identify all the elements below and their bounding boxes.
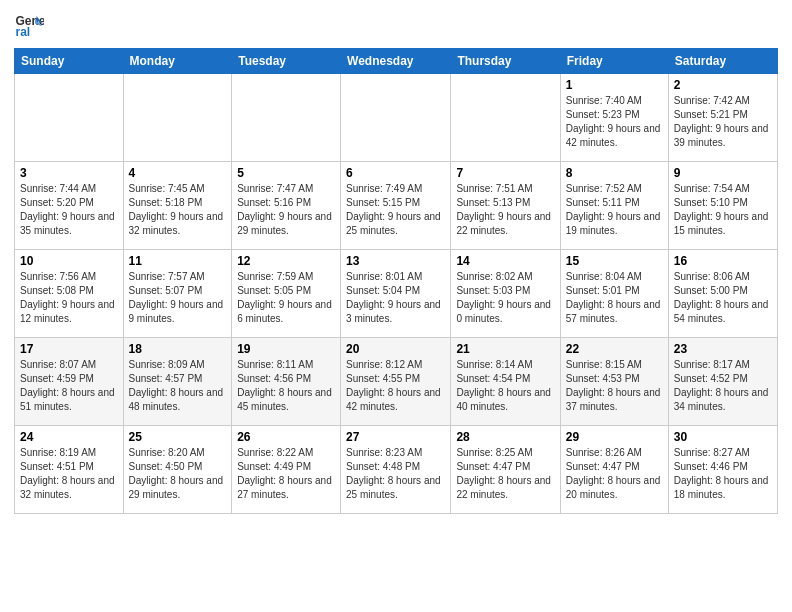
day-number: 20 xyxy=(346,342,445,356)
day-info: Sunrise: 8:20 AM Sunset: 4:50 PM Dayligh… xyxy=(129,446,227,502)
calendar-cell: 21Sunrise: 8:14 AM Sunset: 4:54 PM Dayli… xyxy=(451,338,560,426)
calendar-week-row: 24Sunrise: 8:19 AM Sunset: 4:51 PM Dayli… xyxy=(15,426,778,514)
day-number: 14 xyxy=(456,254,554,268)
calendar-cell xyxy=(451,74,560,162)
day-info: Sunrise: 7:44 AM Sunset: 5:20 PM Dayligh… xyxy=(20,182,118,238)
day-info: Sunrise: 7:42 AM Sunset: 5:21 PM Dayligh… xyxy=(674,94,772,150)
calendar-cell: 23Sunrise: 8:17 AM Sunset: 4:52 PM Dayli… xyxy=(668,338,777,426)
day-number: 13 xyxy=(346,254,445,268)
day-info: Sunrise: 7:40 AM Sunset: 5:23 PM Dayligh… xyxy=(566,94,663,150)
day-info: Sunrise: 7:45 AM Sunset: 5:18 PM Dayligh… xyxy=(129,182,227,238)
day-number: 6 xyxy=(346,166,445,180)
calendar-cell: 8Sunrise: 7:52 AM Sunset: 5:11 PM Daylig… xyxy=(560,162,668,250)
calendar-cell: 13Sunrise: 8:01 AM Sunset: 5:04 PM Dayli… xyxy=(341,250,451,338)
day-number: 17 xyxy=(20,342,118,356)
day-info: Sunrise: 7:57 AM Sunset: 5:07 PM Dayligh… xyxy=(129,270,227,326)
day-number: 4 xyxy=(129,166,227,180)
day-info: Sunrise: 7:54 AM Sunset: 5:10 PM Dayligh… xyxy=(674,182,772,238)
calendar-cell: 19Sunrise: 8:11 AM Sunset: 4:56 PM Dayli… xyxy=(232,338,341,426)
day-info: Sunrise: 8:12 AM Sunset: 4:55 PM Dayligh… xyxy=(346,358,445,414)
calendar-week-row: 17Sunrise: 8:07 AM Sunset: 4:59 PM Dayli… xyxy=(15,338,778,426)
day-number: 15 xyxy=(566,254,663,268)
day-number: 9 xyxy=(674,166,772,180)
calendar-header-wednesday: Wednesday xyxy=(341,49,451,74)
day-info: Sunrise: 8:22 AM Sunset: 4:49 PM Dayligh… xyxy=(237,446,335,502)
calendar-cell: 16Sunrise: 8:06 AM Sunset: 5:00 PM Dayli… xyxy=(668,250,777,338)
day-info: Sunrise: 8:17 AM Sunset: 4:52 PM Dayligh… xyxy=(674,358,772,414)
calendar-cell: 22Sunrise: 8:15 AM Sunset: 4:53 PM Dayli… xyxy=(560,338,668,426)
calendar-cell xyxy=(15,74,124,162)
day-number: 5 xyxy=(237,166,335,180)
calendar-cell xyxy=(232,74,341,162)
day-number: 30 xyxy=(674,430,772,444)
day-number: 22 xyxy=(566,342,663,356)
day-info: Sunrise: 8:19 AM Sunset: 4:51 PM Dayligh… xyxy=(20,446,118,502)
day-info: Sunrise: 8:27 AM Sunset: 4:46 PM Dayligh… xyxy=(674,446,772,502)
calendar-cell: 15Sunrise: 8:04 AM Sunset: 5:01 PM Dayli… xyxy=(560,250,668,338)
calendar-cell: 6Sunrise: 7:49 AM Sunset: 5:15 PM Daylig… xyxy=(341,162,451,250)
day-info: Sunrise: 8:04 AM Sunset: 5:01 PM Dayligh… xyxy=(566,270,663,326)
calendar-cell: 28Sunrise: 8:25 AM Sunset: 4:47 PM Dayli… xyxy=(451,426,560,514)
calendar-header-sunday: Sunday xyxy=(15,49,124,74)
calendar-header-row: SundayMondayTuesdayWednesdayThursdayFrid… xyxy=(15,49,778,74)
day-number: 3 xyxy=(20,166,118,180)
svg-text:ral: ral xyxy=(16,25,31,39)
calendar-cell: 17Sunrise: 8:07 AM Sunset: 4:59 PM Dayli… xyxy=(15,338,124,426)
calendar-cell: 18Sunrise: 8:09 AM Sunset: 4:57 PM Dayli… xyxy=(123,338,232,426)
day-number: 8 xyxy=(566,166,663,180)
day-info: Sunrise: 7:49 AM Sunset: 5:15 PM Dayligh… xyxy=(346,182,445,238)
day-number: 29 xyxy=(566,430,663,444)
calendar-cell: 14Sunrise: 8:02 AM Sunset: 5:03 PM Dayli… xyxy=(451,250,560,338)
day-info: Sunrise: 8:02 AM Sunset: 5:03 PM Dayligh… xyxy=(456,270,554,326)
calendar-week-row: 1Sunrise: 7:40 AM Sunset: 5:23 PM Daylig… xyxy=(15,74,778,162)
day-number: 19 xyxy=(237,342,335,356)
day-number: 12 xyxy=(237,254,335,268)
calendar-header-monday: Monday xyxy=(123,49,232,74)
logo: Gene ral xyxy=(14,10,48,40)
day-number: 11 xyxy=(129,254,227,268)
day-number: 16 xyxy=(674,254,772,268)
calendar-cell: 4Sunrise: 7:45 AM Sunset: 5:18 PM Daylig… xyxy=(123,162,232,250)
calendar-cell: 29Sunrise: 8:26 AM Sunset: 4:47 PM Dayli… xyxy=(560,426,668,514)
header: Gene ral xyxy=(14,10,778,40)
day-info: Sunrise: 8:09 AM Sunset: 4:57 PM Dayligh… xyxy=(129,358,227,414)
day-info: Sunrise: 7:59 AM Sunset: 5:05 PM Dayligh… xyxy=(237,270,335,326)
calendar-cell: 2Sunrise: 7:42 AM Sunset: 5:21 PM Daylig… xyxy=(668,74,777,162)
day-info: Sunrise: 8:26 AM Sunset: 4:47 PM Dayligh… xyxy=(566,446,663,502)
calendar-cell: 12Sunrise: 7:59 AM Sunset: 5:05 PM Dayli… xyxy=(232,250,341,338)
day-info: Sunrise: 7:52 AM Sunset: 5:11 PM Dayligh… xyxy=(566,182,663,238)
day-number: 24 xyxy=(20,430,118,444)
day-info: Sunrise: 7:47 AM Sunset: 5:16 PM Dayligh… xyxy=(237,182,335,238)
calendar-week-row: 3Sunrise: 7:44 AM Sunset: 5:20 PM Daylig… xyxy=(15,162,778,250)
logo-icon: Gene ral xyxy=(14,10,44,40)
calendar-cell: 20Sunrise: 8:12 AM Sunset: 4:55 PM Dayli… xyxy=(341,338,451,426)
day-info: Sunrise: 8:11 AM Sunset: 4:56 PM Dayligh… xyxy=(237,358,335,414)
day-number: 18 xyxy=(129,342,227,356)
day-info: Sunrise: 7:56 AM Sunset: 5:08 PM Dayligh… xyxy=(20,270,118,326)
day-number: 2 xyxy=(674,78,772,92)
calendar-header-thursday: Thursday xyxy=(451,49,560,74)
calendar-cell: 3Sunrise: 7:44 AM Sunset: 5:20 PM Daylig… xyxy=(15,162,124,250)
day-info: Sunrise: 8:14 AM Sunset: 4:54 PM Dayligh… xyxy=(456,358,554,414)
day-number: 23 xyxy=(674,342,772,356)
day-number: 25 xyxy=(129,430,227,444)
day-number: 28 xyxy=(456,430,554,444)
day-number: 1 xyxy=(566,78,663,92)
calendar-cell: 25Sunrise: 8:20 AM Sunset: 4:50 PM Dayli… xyxy=(123,426,232,514)
calendar-cell xyxy=(341,74,451,162)
calendar-cell: 26Sunrise: 8:22 AM Sunset: 4:49 PM Dayli… xyxy=(232,426,341,514)
calendar-cell: 10Sunrise: 7:56 AM Sunset: 5:08 PM Dayli… xyxy=(15,250,124,338)
calendar-cell: 1Sunrise: 7:40 AM Sunset: 5:23 PM Daylig… xyxy=(560,74,668,162)
calendar-cell: 7Sunrise: 7:51 AM Sunset: 5:13 PM Daylig… xyxy=(451,162,560,250)
day-number: 21 xyxy=(456,342,554,356)
calendar-header-saturday: Saturday xyxy=(668,49,777,74)
day-number: 26 xyxy=(237,430,335,444)
day-number: 7 xyxy=(456,166,554,180)
calendar-cell: 24Sunrise: 8:19 AM Sunset: 4:51 PM Dayli… xyxy=(15,426,124,514)
day-info: Sunrise: 7:51 AM Sunset: 5:13 PM Dayligh… xyxy=(456,182,554,238)
day-number: 10 xyxy=(20,254,118,268)
calendar-cell: 11Sunrise: 7:57 AM Sunset: 5:07 PM Dayli… xyxy=(123,250,232,338)
day-info: Sunrise: 8:07 AM Sunset: 4:59 PM Dayligh… xyxy=(20,358,118,414)
calendar-cell: 27Sunrise: 8:23 AM Sunset: 4:48 PM Dayli… xyxy=(341,426,451,514)
day-info: Sunrise: 8:06 AM Sunset: 5:00 PM Dayligh… xyxy=(674,270,772,326)
